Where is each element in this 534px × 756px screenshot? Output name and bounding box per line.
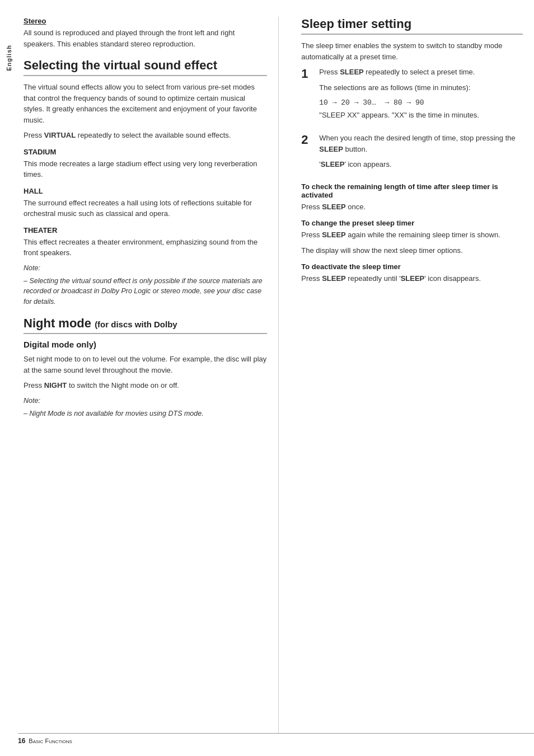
change-body2: The display will show the next sleep tim… bbox=[301, 245, 523, 256]
virtual-press-text: Press VIRTUAL repeatedly to select the a… bbox=[24, 130, 267, 141]
sleep-timer-intro: The sleep timer enables the system to sw… bbox=[301, 40, 523, 62]
columns: Stereo All sound is reproduced and playe… bbox=[24, 17, 523, 734]
step1-sequence: 10 → 20 → 30… → 80 → 90 bbox=[319, 97, 523, 109]
footer-section-text: Basic Functions bbox=[29, 738, 72, 744]
virtual-note-dash: – bbox=[24, 277, 27, 285]
footer: 16 Basic Functions bbox=[18, 733, 534, 745]
change-body1: Press SLEEP again while the remaining sl… bbox=[301, 229, 523, 241]
virtual-note-content: Selecting the virtual sound effect is on… bbox=[24, 277, 263, 306]
night-mode-subtitle-inline: (for discs with Dolby bbox=[95, 320, 177, 329]
night-mode-press: Press NIGHT to switch the Night mode on … bbox=[24, 380, 267, 391]
digital-mode-heading: Digital mode only) bbox=[24, 340, 267, 349]
check-section: To check the remaining length of time af… bbox=[301, 182, 523, 213]
deactivate-body: Press SLEEP repeatedly until 'SLEEP' ico… bbox=[301, 273, 523, 284]
virtual-sound-section: Selecting the virtual sound effect The v… bbox=[24, 58, 267, 307]
sidebar-label: English bbox=[6, 45, 12, 71]
sidebar: English bbox=[0, 0, 18, 756]
step1-container: 1 Press SLEEP repeatedly to select a pre… bbox=[301, 67, 523, 125]
night-note-label: Note: bbox=[24, 396, 267, 406]
night-mode-section: Night mode (for discs with Dolby Digital… bbox=[24, 316, 267, 419]
change-section: To change the preset sleep timer Press S… bbox=[301, 219, 523, 256]
left-column: Stereo All sound is reproduced and playe… bbox=[24, 17, 279, 734]
footer-section: Basic Functions bbox=[29, 738, 72, 744]
night-note-text: – Night Mode is not available for movies… bbox=[24, 408, 267, 419]
step2-text2: 'SLEEP' icon appears. bbox=[319, 159, 523, 170]
step2-content: When you reach the desired length of tim… bbox=[319, 133, 523, 175]
deactivate-title: To deactivate the sleep timer bbox=[301, 262, 523, 271]
change-title: To change the preset sleep timer bbox=[301, 219, 523, 227]
footer-page: 16 bbox=[18, 737, 25, 745]
night-note-content: Night Mode is not available for movies u… bbox=[29, 410, 203, 417]
virtual-note-label: Note: bbox=[24, 263, 267, 274]
hall-title: HALL bbox=[24, 187, 267, 195]
check-title: To check the remaining length of time af… bbox=[301, 182, 523, 199]
night-mode-title: Night mode (for discs with Dolby bbox=[24, 316, 267, 334]
stadium-title: STADIUM bbox=[24, 148, 267, 156]
virtual-note-text: – Selecting the virtual sound effect is … bbox=[24, 276, 267, 307]
sleep-timer-section: Sleep timer setting The sleep timer enab… bbox=[301, 17, 523, 284]
content-area: Stereo All sound is reproduced and playe… bbox=[18, 0, 534, 756]
step1-sub1: The selections are as follows (time in m… bbox=[319, 82, 523, 93]
virtual-sound-intro: The virtual sound effects allow you to s… bbox=[24, 82, 267, 125]
right-column: Sleep timer setting The sleep timer enab… bbox=[296, 17, 523, 734]
theater-body: This effect recreates a theater environm… bbox=[24, 237, 267, 259]
night-mode-body1: Set night mode to on to level out the vo… bbox=[24, 354, 267, 375]
deactivate-section: To deactivate the sleep timer Press SLEE… bbox=[301, 262, 523, 284]
step2-text1: When you reach the desired length of tim… bbox=[319, 133, 523, 154]
check-title-text: To check the remaining length of time af… bbox=[301, 182, 498, 199]
step2-number: 2 bbox=[301, 133, 313, 147]
night-note-dash: – bbox=[24, 410, 27, 417]
stereo-heading: Stereo bbox=[24, 17, 267, 25]
virtual-sound-title: Selecting the virtual sound effect bbox=[24, 58, 267, 76]
step1-sub2: "SLEEP XX" appears. "XX" is the time in … bbox=[319, 110, 523, 121]
stereo-body: All sound is reproduced and played throu… bbox=[24, 27, 267, 49]
step1-content: Press SLEEP repeatedly to select a prese… bbox=[319, 67, 523, 125]
night-mode-title-text: Night mode bbox=[24, 316, 91, 330]
step2-container: 2 When you reach the desired length of t… bbox=[301, 133, 523, 175]
step1-number: 1 bbox=[301, 67, 313, 81]
sleep-timer-title: Sleep timer setting bbox=[301, 17, 523, 35]
stereo-section: Stereo All sound is reproduced and playe… bbox=[24, 17, 267, 49]
stadium-body: This mode recreates a large stadium effe… bbox=[24, 158, 267, 180]
hall-body: The surround effect recreates a hall usi… bbox=[24, 198, 267, 219]
theater-title: THEATER bbox=[24, 226, 267, 234]
check-body: Press SLEEP once. bbox=[301, 201, 523, 213]
step1-text: Press SLEEP repeatedly to select a prese… bbox=[319, 67, 523, 78]
